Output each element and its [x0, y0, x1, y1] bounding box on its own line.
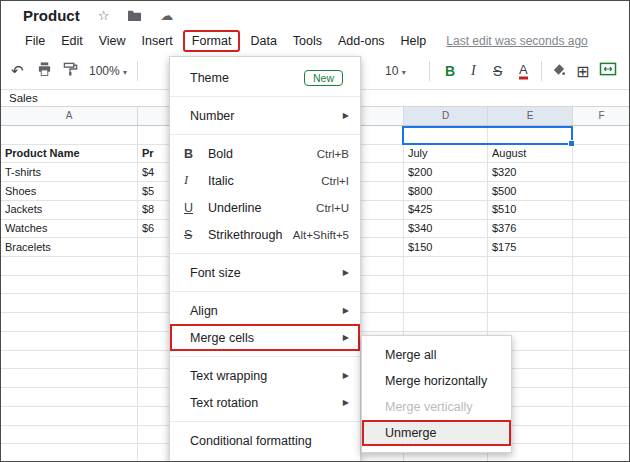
- format-menu-item-align[interactable]: Align ▶: [170, 297, 360, 324]
- sheet-cell[interactable]: $200: [404, 163, 488, 181]
- menu-help[interactable]: Help: [393, 31, 435, 51]
- font-size-select[interactable]: 10 ▾: [385, 64, 406, 78]
- menu-shortcut: Alt+Shift+5: [293, 229, 349, 241]
- sheet-cell[interactable]: Jackets: [1, 201, 138, 219]
- zoom-value: 100%: [89, 64, 120, 78]
- strikethrough-button[interactable]: S: [493, 63, 502, 79]
- menu-tools[interactable]: Tools: [285, 31, 330, 51]
- menu-label: Unmerge: [385, 426, 436, 440]
- paint-format-icon[interactable]: [63, 62, 78, 81]
- sheet-cell[interactable]: $500: [488, 182, 573, 200]
- sheet-cell[interactable]: Shoes: [1, 182, 138, 200]
- sheet-cell[interactable]: $320: [488, 163, 573, 181]
- sheet-cell[interactable]: $175: [488, 238, 573, 256]
- sheet-cell[interactable]: [573, 201, 630, 219]
- zoom-select[interactable]: 100% ▾: [89, 64, 127, 78]
- submenu-arrow-icon: ▶: [343, 111, 349, 120]
- toolbar-separator: [541, 61, 542, 81]
- submenu-arrow-icon: ▶: [343, 306, 349, 315]
- column-header-a[interactable]: A: [1, 107, 138, 125]
- sheet-cell[interactable]: August: [488, 145, 573, 163]
- sheet-cell[interactable]: $800: [404, 182, 488, 200]
- menu-format[interactable]: Format: [183, 30, 241, 52]
- menu-addons[interactable]: Add-ons: [330, 31, 393, 51]
- menu-shortcut: Ctrl+U: [316, 202, 349, 214]
- column-header-f[interactable]: F: [573, 107, 630, 125]
- menu-label: Conditional formatting: [190, 434, 312, 448]
- borders-icon[interactable]: ⊞: [576, 62, 589, 81]
- bold-button[interactable]: B: [445, 63, 455, 79]
- sheet-cell[interactable]: $150: [404, 238, 488, 256]
- star-icon[interactable]: ☆: [98, 8, 110, 23]
- menu-divider: [170, 96, 360, 97]
- menu-divider: [170, 291, 360, 292]
- menu-edit[interactable]: Edit: [53, 31, 91, 51]
- sheet-cell[interactable]: [573, 220, 630, 238]
- menu-view[interactable]: View: [91, 31, 134, 51]
- sheet-cell[interactable]: Watches: [1, 220, 138, 238]
- sheet-cell[interactable]: $340: [404, 220, 488, 238]
- chevron-down-icon: ▾: [123, 68, 127, 77]
- menu-file[interactable]: File: [17, 31, 53, 51]
- sheet-cell[interactable]: Bracelets: [1, 238, 138, 256]
- last-edit-link[interactable]: Last edit was seconds ago: [446, 34, 587, 48]
- saved-cloud-icon[interactable]: ☁: [160, 8, 173, 23]
- text-color-button[interactable]: A: [519, 63, 528, 80]
- sheet-cell[interactable]: Product Name: [1, 145, 138, 163]
- print-icon[interactable]: [37, 62, 52, 81]
- toolbar-separator: [137, 61, 138, 81]
- submenu-arrow-icon: ▶: [343, 371, 349, 380]
- format-menu-item-italic[interactable]: I Italic Ctrl+I: [170, 167, 360, 194]
- column-header-e[interactable]: E: [488, 107, 573, 125]
- menu-divider: [170, 356, 360, 357]
- sheet-cell[interactable]: [573, 238, 630, 256]
- menu-label: Text wrapping: [190, 369, 267, 383]
- format-menu-item-strikethrough[interactable]: S Strikethrough Alt+Shift+5: [170, 221, 360, 248]
- italic-icon: I: [184, 173, 208, 188]
- italic-button[interactable]: I: [471, 63, 476, 79]
- menu-label: Number: [190, 109, 234, 123]
- menu-label: Strikethrough: [208, 228, 282, 242]
- undo-icon[interactable]: ↶: [11, 62, 24, 80]
- menubar: File Edit View Insert Format Data Tools …: [1, 29, 629, 53]
- format-menu-item-bold[interactable]: B Bold Ctrl+B: [170, 140, 360, 167]
- sheet-cell[interactable]: [573, 145, 630, 163]
- format-menu-item-text-rotation[interactable]: Text rotation ▶: [170, 389, 360, 416]
- menu-label: Bold: [208, 147, 233, 161]
- format-menu-item-text-wrapping[interactable]: Text wrapping ▶: [170, 362, 360, 389]
- format-menu-item-font-size[interactable]: Font size ▶: [170, 259, 360, 286]
- fill-color-icon[interactable]: [551, 62, 566, 81]
- name-box[interactable]: Sales: [1, 92, 38, 104]
- submenu-item-merge-vertically: Merge vertically: [362, 394, 511, 420]
- submenu-item-merge-all[interactable]: Merge all: [362, 342, 511, 368]
- format-menu-item-theme[interactable]: Theme New: [170, 64, 360, 91]
- column-header-d[interactable]: D: [404, 107, 488, 125]
- move-folder-icon[interactable]: [127, 9, 142, 22]
- sheet-cell[interactable]: July: [404, 145, 488, 163]
- selection-box[interactable]: [402, 126, 573, 145]
- sheet-cell[interactable]: [573, 182, 630, 200]
- menu-shortcut: Ctrl+I: [321, 175, 349, 187]
- merge-cells-icon[interactable]: [599, 62, 617, 81]
- format-menu-item-conditional-formatting[interactable]: Conditional formatting: [170, 427, 360, 454]
- submenu-item-unmerge[interactable]: Unmerge: [362, 420, 511, 446]
- sheet-cell[interactable]: T-shirts: [1, 163, 138, 181]
- sheet-cell[interactable]: $376: [488, 220, 573, 238]
- submenu-item-merge-horizontally[interactable]: Merge horizontally: [362, 368, 511, 394]
- menu-label: Underline: [208, 201, 262, 215]
- format-menu-item-merge-cells[interactable]: Merge cells ▶: [170, 324, 360, 351]
- sheet-cell[interactable]: $425: [404, 201, 488, 219]
- sheet-cell[interactable]: [573, 163, 630, 181]
- format-menu-item-alternating-colors[interactable]: Alternating colors: [170, 454, 360, 462]
- document-title[interactable]: Product: [23, 7, 80, 24]
- submenu-arrow-icon: ▶: [343, 268, 349, 277]
- format-menu-item-number[interactable]: Number ▶: [170, 102, 360, 129]
- sheet-cell[interactable]: $510: [488, 201, 573, 219]
- submenu-arrow-icon: ▶: [343, 333, 349, 342]
- fill-handle[interactable]: [568, 140, 575, 147]
- menu-insert[interactable]: Insert: [134, 31, 181, 51]
- menu-data[interactable]: Data: [242, 31, 284, 51]
- format-menu: Theme New Number ▶ B Bold Ctrl+B I Itali…: [169, 56, 361, 462]
- format-menu-item-underline[interactable]: U Underline Ctrl+U: [170, 194, 360, 221]
- underline-icon: U: [184, 201, 208, 215]
